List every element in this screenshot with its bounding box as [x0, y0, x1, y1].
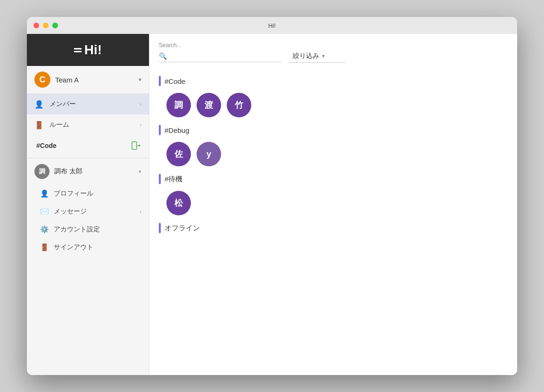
user-avatar: 調: [34, 164, 49, 179]
menu-item-signout[interactable]: 🚪 サインアウト: [27, 238, 149, 256]
section-header-debug: #Debug: [159, 125, 508, 135]
nav-item-rooms[interactable]: 🚪 ルーム ›: [27, 114, 149, 135]
menu-label-profile: プロフィール: [54, 189, 93, 198]
section-header-offline: オフライン: [159, 223, 508, 233]
member-avatar-wata[interactable]: 渡: [197, 93, 221, 117]
signout-icon: 🚪: [40, 243, 49, 252]
members-row-debug: 佐 y: [159, 142, 508, 166]
member-avatar-matsu[interactable]: 松: [166, 191, 191, 215]
team-row[interactable]: C Team A ▾: [27, 66, 149, 94]
team-avatar-letter: C: [40, 75, 46, 85]
filter-arrow-icon: ▾: [322, 53, 325, 59]
window-body: Hi! C Team A ▾ 👤 メンバー › 🚪 ルーム ›: [27, 34, 517, 375]
title-bar: Hi!: [27, 17, 517, 34]
search-icon: 🔍: [159, 52, 167, 60]
member-label-wata: 渡: [205, 99, 213, 111]
team-name: Team A: [55, 76, 134, 84]
member-label-y: y: [206, 149, 211, 159]
member-label-sa: 佐: [174, 148, 183, 160]
user-chevron-icon: ▾: [139, 169, 141, 175]
search-bar: Search... 🔍 絞り込み ▾: [149, 34, 517, 68]
section-header-taiki: #待機: [159, 174, 508, 184]
logo: Hi!: [74, 42, 102, 57]
minimize-button[interactable]: [43, 23, 49, 28]
search-field: 🔍: [159, 50, 281, 62]
members-icon: 👤: [34, 99, 44, 109]
filter-wrap: 絞り込み ▾: [289, 41, 346, 63]
logo-text: Hi!: [84, 42, 102, 57]
section-divider-code: [159, 76, 161, 86]
user-avatar-letter: 調: [39, 167, 45, 176]
section-header-code: #Code: [159, 76, 508, 86]
member-label-cho: 調: [174, 99, 183, 111]
section-title-taiki: #待機: [165, 175, 182, 184]
user-row[interactable]: 調 調布 太郎 ▾: [27, 158, 149, 185]
section-divider-debug: [159, 125, 161, 135]
member-avatar-sa[interactable]: 佐: [166, 142, 191, 166]
window-title: Hi!: [268, 22, 276, 29]
nav-label-rooms: ルーム: [49, 121, 134, 129]
nav-item-members[interactable]: 👤 メンバー ›: [27, 94, 149, 114]
section-divider-taiki: [159, 174, 161, 184]
filter-select[interactable]: 絞り込み ▾: [289, 50, 346, 63]
account-icon: ⚙️: [40, 225, 49, 234]
section-title-offline: オフライン: [165, 224, 200, 233]
user-section: 調 調布 太郎 ▾ 👤 プロフィール ✉️ メッセージ › ⚙️ アカウント設定: [27, 158, 149, 256]
filter-text: 絞り込み: [293, 52, 319, 60]
members-row-taiki: 松: [159, 191, 508, 215]
member-avatar-cho[interactable]: 調: [166, 93, 191, 117]
menu-item-messages[interactable]: ✉️ メッセージ ›: [27, 203, 149, 220]
member-avatar-y[interactable]: y: [197, 142, 221, 166]
section-title-debug: #Debug: [165, 126, 190, 134]
main-content: Search... 🔍 絞り込み ▾: [149, 34, 517, 375]
messages-icon: ✉️: [40, 207, 49, 216]
channel-label: #Code: [36, 142, 130, 149]
close-button[interactable]: [33, 23, 39, 28]
section-divider-offline: [159, 223, 161, 233]
rooms-chevron-icon: ›: [140, 122, 141, 128]
menu-label-messages: メッセージ: [54, 207, 87, 216]
nav-label-members: メンバー: [49, 100, 134, 108]
svg-point-2: [136, 145, 137, 146]
channel-item-code[interactable]: #Code: [27, 135, 149, 156]
team-chevron-icon: ▾: [139, 76, 141, 83]
section-title-code: #Code: [165, 77, 185, 85]
app-window: Hi! Hi! C Team A ▾: [27, 17, 517, 375]
search-hint: Search...: [159, 42, 281, 49]
logo-icon: [74, 48, 82, 52]
search-wrap: Search... 🔍: [159, 42, 281, 62]
menu-label-signout: サインアウト: [54, 243, 93, 252]
menu-item-account[interactable]: ⚙️ アカウント設定: [27, 220, 149, 238]
member-avatar-take[interactable]: 竹: [227, 93, 251, 117]
members-chevron-icon: ›: [140, 101, 141, 107]
sidebar-logo: Hi!: [27, 34, 149, 66]
member-label-matsu: 松: [174, 197, 183, 209]
member-label-take: 竹: [235, 99, 243, 111]
search-input[interactable]: [170, 52, 273, 60]
user-name: 調布 太郎: [54, 167, 134, 176]
menu-label-account: アカウント設定: [54, 225, 100, 234]
maximize-button[interactable]: [52, 23, 58, 28]
members-list: #Code 調 渡 竹 #Debug: [149, 68, 517, 375]
menu-item-profile[interactable]: 👤 プロフィール: [27, 185, 149, 203]
team-avatar: C: [34, 72, 50, 88]
messages-chevron-icon: ›: [140, 209, 141, 214]
profile-icon: 👤: [40, 189, 49, 198]
rooms-icon: 🚪: [34, 120, 44, 130]
channel-exit-icon: [130, 140, 141, 151]
sidebar: Hi! C Team A ▾ 👤 メンバー › 🚪 ルーム ›: [27, 34, 149, 375]
members-row-code: 調 渡 竹: [159, 93, 508, 117]
